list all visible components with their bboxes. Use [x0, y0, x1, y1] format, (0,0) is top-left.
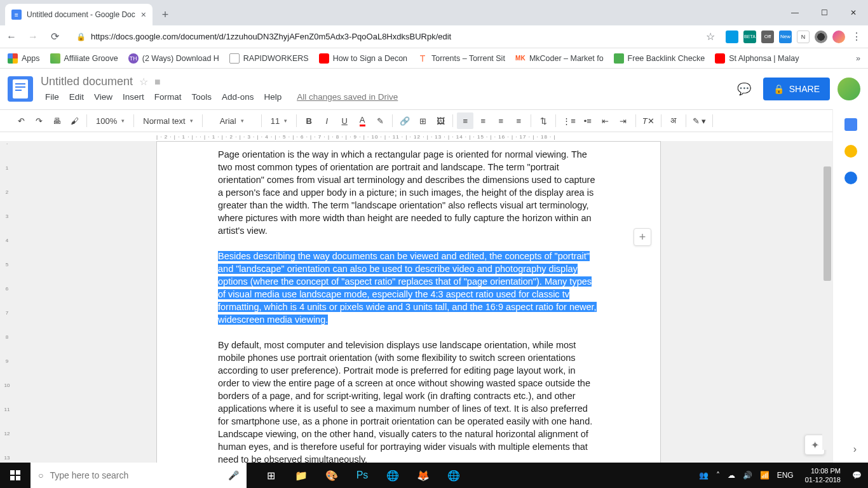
menu-view[interactable]: View	[90, 91, 117, 103]
photoshop-icon[interactable]: Ps	[347, 463, 377, 488]
save-status[interactable]: All changes saved in Drive	[292, 91, 402, 103]
paragraph[interactable]: By default, most computer and television…	[218, 339, 599, 463]
menu-format[interactable]: Format	[150, 91, 186, 103]
onedrive-icon[interactable]: ☁	[728, 471, 735, 480]
bookmark-item[interactable]: St Alphonsa | Malay	[715, 53, 799, 64]
zoom-dropdown[interactable]: 100%	[91, 112, 130, 129]
bookmark-item[interactable]: TH(2 Ways) Download H	[128, 53, 219, 64]
notifications-icon[interactable]: 💬	[852, 471, 862, 480]
minimize-icon[interactable]: ―	[780, 0, 810, 25]
tray-expand-icon[interactable]: ˄	[716, 471, 720, 480]
back-icon[interactable]: ←	[5, 30, 18, 43]
chrome-menu-icon[interactable]: ⋮	[850, 30, 863, 43]
menu-edit[interactable]: Edit	[65, 91, 88, 103]
bookmark-item[interactable]: RAPIDWORKERS	[229, 53, 309, 64]
bookmark-item[interactable]: Free Backlink Checke	[614, 53, 705, 64]
new-tab-button[interactable]: +	[156, 6, 174, 24]
highlight-icon[interactable]: ✎	[372, 112, 388, 129]
print-icon[interactable]: 🖶	[48, 112, 65, 129]
close-tab-icon[interactable]: ×	[141, 10, 146, 20]
comments-icon[interactable]: 💬	[733, 78, 756, 100]
align-justify-icon[interactable]: ≡	[510, 112, 527, 129]
line-spacing-icon[interactable]: ⇅	[535, 112, 552, 129]
star-icon[interactable]: ☆	[139, 76, 148, 88]
horizontal-ruler[interactable]: | · 2 · | · 1 · | · · | · 1 · | · 2 · | …	[0, 132, 868, 141]
italic-icon[interactable]: I	[318, 112, 335, 129]
language-indicator[interactable]: ENG	[777, 471, 794, 480]
side-panel-expand-icon[interactable]: ›	[853, 444, 857, 455]
ext-icon[interactable]: Off	[761, 30, 774, 43]
font-dropdown[interactable]: Arial	[207, 112, 257, 129]
user-avatar[interactable]	[837, 78, 860, 100]
align-center-icon[interactable]: ≡	[475, 112, 491, 129]
maximize-icon[interactable]: ☐	[810, 0, 839, 25]
document-page[interactable]: Page orientation is the way in which a r…	[156, 141, 661, 463]
paragraph-style-dropdown[interactable]: Normal text	[138, 112, 198, 129]
reload-icon[interactable]: ⟳	[48, 30, 61, 43]
ext-icon[interactable]	[726, 30, 738, 43]
url-input[interactable]: 🔒 https://docs.google.com/document/d/1zz…	[70, 28, 695, 46]
mic-icon[interactable]: 🎤	[228, 470, 239, 480]
menu-addons[interactable]: Add-ons	[217, 91, 258, 103]
menu-insert[interactable]: Insert	[118, 91, 149, 103]
menu-tools[interactable]: Tools	[187, 91, 217, 103]
wifi-icon[interactable]: 📶	[760, 471, 770, 480]
document-title[interactable]: Untitled document	[41, 75, 133, 88]
browser-tab[interactable]: ≡ Untitled document - Google Doc ×	[5, 4, 153, 25]
text-color-icon[interactable]: A	[354, 112, 370, 129]
bookmark-item[interactable]: MKMkCoder – Market fo	[515, 53, 604, 64]
taskbar-search[interactable]: ○ Type here to search 🎤	[31, 463, 247, 488]
chrome-icon[interactable]: 🌐	[377, 463, 408, 488]
menu-help[interactable]: Help	[259, 91, 286, 103]
people-icon[interactable]: 👥	[699, 471, 709, 480]
bold-icon[interactable]: B	[301, 112, 317, 129]
scrollbar-thumb[interactable]	[824, 166, 831, 281]
bookmark-item[interactable]: How to Sign a Decon	[319, 53, 407, 64]
vertical-ruler[interactable]: ·12345678910111213	[3, 141, 11, 463]
paragraph[interactable]: Page orientation is the way in which a r…	[218, 148, 599, 237]
editing-mode-icon[interactable]: ✎ ▾	[690, 112, 709, 129]
task-view-icon[interactable]: ⊞	[255, 463, 286, 488]
ext-icon[interactable]: BETA	[743, 30, 756, 43]
calendar-icon[interactable]	[844, 118, 857, 131]
align-right-icon[interactable]: ≡	[492, 112, 509, 129]
app-icon[interactable]: 🎨	[316, 463, 347, 488]
chrome-canary-icon[interactable]: 🌐	[438, 463, 469, 488]
clear-format-icon[interactable]: T✕	[640, 112, 657, 129]
clock[interactable]: 10:08 PM 01-12-2018	[801, 466, 844, 484]
start-button[interactable]	[0, 463, 31, 488]
vertical-scrollbar[interactable]	[822, 166, 832, 450]
paint-format-icon[interactable]: 🖌	[66, 112, 83, 129]
keep-icon[interactable]	[844, 145, 857, 158]
bullet-list-icon[interactable]: •≡	[580, 112, 596, 129]
indent-increase-icon[interactable]: ⇥	[615, 112, 632, 129]
image-icon[interactable]: 🖼	[432, 112, 449, 129]
add-comment-icon[interactable]: +	[634, 228, 651, 246]
profile-avatar-icon[interactable]	[832, 30, 845, 43]
ext-icon[interactable]	[815, 30, 827, 43]
firefox-icon[interactable]: 🦊	[408, 463, 438, 488]
font-size-dropdown[interactable]: 11	[266, 112, 292, 129]
bookmarks-overflow-icon[interactable]: »	[856, 54, 860, 63]
bookmark-item[interactable]: Affiliate Groove	[50, 53, 118, 64]
undo-icon[interactable]: ↶	[13, 112, 29, 129]
folder-icon[interactable]: ■	[154, 76, 161, 88]
tasks-icon[interactable]	[844, 172, 857, 184]
menu-file[interactable]: File	[41, 91, 64, 103]
docs-logo-icon[interactable]	[8, 76, 33, 102]
indent-decrease-icon[interactable]: ⇤	[597, 112, 614, 129]
volume-icon[interactable]: 🔊	[743, 471, 752, 480]
paragraph-selected[interactable]: Besides describing the way documents can…	[218, 250, 599, 326]
comment-icon[interactable]: ⊞	[414, 112, 431, 129]
apps-button[interactable]: Apps	[8, 53, 40, 64]
file-explorer-icon[interactable]: 📁	[286, 463, 316, 488]
close-window-icon[interactable]: ✕	[839, 0, 868, 25]
underline-icon[interactable]: U	[336, 112, 353, 129]
share-button[interactable]: 🔒 SHARE	[763, 78, 830, 100]
align-left-icon[interactable]: ≡	[457, 112, 473, 129]
input-tools-icon[interactable]: अ	[665, 112, 682, 129]
ext-icon[interactable]: N	[797, 30, 810, 43]
link-icon[interactable]: 🔗	[397, 112, 413, 129]
redo-icon[interactable]: ↷	[31, 112, 47, 129]
star-icon[interactable]: ☆	[704, 30, 717, 43]
